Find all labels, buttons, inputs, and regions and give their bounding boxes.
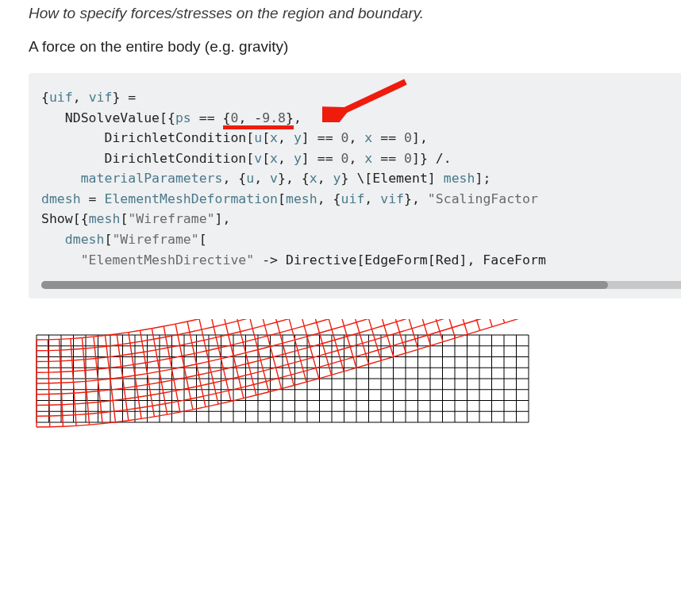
- svg-line-208: [273, 357, 275, 368]
- svg-line-596: [248, 360, 261, 364]
- svg-line-675: [241, 385, 254, 388]
- svg-line-272: [371, 329, 375, 340]
- svg-line-131: [152, 329, 153, 340]
- svg-line-672: [203, 394, 216, 396]
- svg-line-215: [283, 343, 286, 353]
- svg-line-560: [295, 337, 308, 340]
- svg-line-213: [277, 322, 280, 333]
- svg-line-192: [248, 364, 251, 374]
- svg-line-719: [294, 382, 306, 385]
- svg-line-281: [387, 336, 391, 346]
- svg-line-108: [118, 345, 120, 356]
- svg-line-434: [214, 324, 225, 327]
- svg-line-73: [62, 405, 63, 416]
- horizontal-scrollbar[interactable]: [41, 281, 681, 289]
- svg-line-682: [329, 361, 341, 364]
- svg-line-583: [87, 391, 99, 392]
- svg-line-428: [142, 339, 154, 341]
- svg-line-263: [356, 322, 360, 333]
- svg-line-120: [137, 387, 138, 398]
- svg-line-692: [452, 324, 465, 328]
- svg-line-469: [156, 348, 167, 350]
- svg-line-468: [144, 350, 156, 352]
- svg-line-305: [424, 325, 427, 335]
- svg-line-503: [85, 369, 97, 370]
- svg-line-193: [251, 374, 253, 384]
- svg-line-424: [94, 346, 106, 348]
- svg-line-133: [156, 350, 157, 361]
- svg-line-78: [73, 372, 74, 383]
- svg-line-691: [440, 328, 452, 332]
- svg-line-109: [120, 356, 121, 367]
- horizontal-scrollbar-thumb[interactable]: [41, 281, 608, 289]
- svg-line-581: [62, 393, 75, 394]
- svg-line-680: [303, 368, 316, 372]
- svg-line-392: [187, 319, 199, 321]
- svg-line-124: [142, 341, 144, 352]
- svg-line-432: [190, 329, 202, 332]
- svg-line-431: [178, 333, 190, 335]
- svg-line-139: [164, 326, 166, 337]
- svg-line-515: [231, 342, 243, 345]
- svg-line-668: [152, 404, 165, 406]
- svg-line-147: [175, 324, 178, 334]
- svg-line-540: [49, 383, 62, 383]
- svg-line-149: [180, 345, 183, 356]
- highlighted-force-value: {0, -9.8}: [223, 110, 294, 129]
- svg-line-209: [275, 368, 278, 378]
- svg-line-712: [206, 404, 218, 406]
- svg-line-427: [130, 341, 142, 343]
- svg-line-678: [279, 375, 291, 378]
- svg-line-671: [190, 396, 203, 398]
- svg-line-257: [350, 347, 353, 357]
- svg-line-178: [229, 391, 231, 401]
- svg-line-145: [176, 391, 179, 402]
- svg-line-421: [60, 349, 71, 350]
- svg-line-651: [437, 319, 449, 321]
- svg-line-121: [138, 397, 140, 408]
- svg-line-163: [199, 319, 202, 329]
- svg-line-722: [332, 372, 344, 375]
- svg-line-673: [216, 391, 229, 394]
- svg-line-563: [332, 326, 344, 329]
- svg-line-280: [384, 325, 387, 336]
- svg-line-264: [360, 333, 363, 343]
- svg-line-206: [267, 336, 270, 346]
- svg-line-88: [87, 392, 87, 403]
- svg-line-152: [187, 378, 189, 388]
- svg-line-629: [164, 391, 176, 393]
- svg-line-601: [310, 344, 323, 347]
- svg-line-543: [86, 380, 98, 381]
- svg-line-591: [187, 375, 199, 377]
- svg-line-478: [265, 322, 277, 325]
- svg-line-242: [329, 364, 332, 375]
- svg-line-214: [279, 333, 283, 343]
- svg-line-711: [193, 407, 206, 410]
- svg-line-731: [443, 338, 456, 342]
- svg-line-237: [314, 319, 317, 322]
- svg-line-552: [197, 361, 210, 364]
- svg-line-262: [353, 319, 356, 322]
- svg-line-674: [229, 387, 241, 391]
- svg-line-101: [108, 357, 110, 368]
- svg-line-148: [178, 335, 180, 345]
- svg-line-426: [118, 343, 130, 345]
- svg-line-199: [258, 350, 260, 360]
- svg-line-650: [424, 321, 437, 325]
- svg-line-84: [83, 348, 84, 360]
- svg-line-224: [298, 350, 301, 360]
- svg-line-466: [120, 354, 132, 356]
- svg-line-217: [288, 364, 291, 375]
- svg-line-106: [114, 411, 116, 422]
- svg-line-602: [322, 340, 335, 343]
- svg-line-626: [125, 397, 138, 398]
- svg-line-239: [320, 333, 323, 344]
- svg-line-512: [194, 351, 206, 353]
- svg-line-592: [198, 372, 211, 375]
- svg-line-297: [412, 329, 415, 339]
- svg-line-233: [313, 357, 316, 368]
- svg-line-461: [60, 360, 72, 361]
- svg-line-709: [167, 412, 180, 414]
- svg-line-90: [88, 414, 89, 425]
- svg-line-464: [96, 357, 108, 359]
